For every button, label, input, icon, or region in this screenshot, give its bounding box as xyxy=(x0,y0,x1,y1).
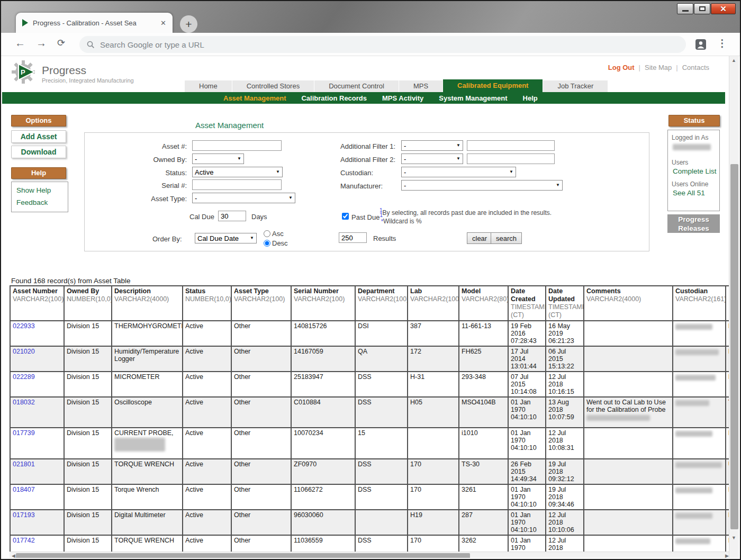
horizontal-scroll-thumb[interactable] xyxy=(16,553,470,558)
column-header-date-updated: Date UpdatedTIMESTAMP (CT) xyxy=(546,286,584,321)
subnav-asset-management[interactable]: Asset Management xyxy=(223,94,286,102)
serial-number-input[interactable] xyxy=(192,179,282,190)
cell-asset-number: 021020 xyxy=(10,346,64,372)
subnav-calibration-records[interactable]: Calibration Records xyxy=(301,94,367,102)
header-link-site-map[interactable]: Site Map xyxy=(645,64,672,71)
complete-list-link[interactable]: Complete List xyxy=(673,167,719,175)
asset-number-link[interactable]: 022289 xyxy=(13,373,35,381)
scroll-right-icon[interactable]: ▶ xyxy=(725,553,729,558)
cell-serial-number: 10070234 xyxy=(291,428,355,459)
order-by-select[interactable]: Cal Due Date xyxy=(195,233,257,243)
forward-icon[interactable]: → xyxy=(36,37,47,49)
tab-mps[interactable]: MPS xyxy=(399,80,443,92)
table-row: 021801Division 15TORQUE WRENCHActiveOthe… xyxy=(10,459,733,484)
cell-lab: H05 xyxy=(408,397,459,428)
status-select[interactable]: Active xyxy=(192,167,283,177)
cell-custodian xyxy=(673,459,726,484)
cell-custodian xyxy=(673,535,726,552)
cell-description: Humidity/Temperature Logger xyxy=(112,346,183,372)
tab-calibrated-equipment[interactable]: Calibrated Equipment xyxy=(443,79,543,92)
asset-number-label: Asset #: xyxy=(106,142,187,150)
header-link-contacts[interactable]: Contacts xyxy=(682,64,709,71)
manufacturer-select[interactable]: - xyxy=(401,180,563,191)
asset-number-link[interactable]: 021020 xyxy=(13,348,35,355)
cell-date-updated: 16 May 2019 06:21:23 xyxy=(546,321,584,346)
asset-number-link[interactable]: 018407 xyxy=(13,486,35,493)
vertical-scrollbar[interactable]: ▲ ▼ xyxy=(729,56,739,558)
browser-tab[interactable]: Progress - Calibration - Asset Sea ✕ xyxy=(16,13,173,33)
desc-radio[interactable] xyxy=(264,240,270,247)
horizontal-scrollbar[interactable]: ◀ ▶ xyxy=(10,552,731,558)
redacted-custodian xyxy=(675,349,719,355)
column-header-serial-number: Serial NumberVARCHAR2(100) xyxy=(291,286,355,321)
add-asset-button[interactable]: Add Asset xyxy=(11,130,66,143)
progress-releases-button[interactable]: Progress Releases xyxy=(667,214,720,233)
asset-number-input[interactable] xyxy=(192,140,282,151)
cell-custodian xyxy=(673,321,726,346)
cell-custodian xyxy=(673,372,726,397)
header-link-log-out[interactable]: Log Out xyxy=(608,64,635,71)
asset-number-link[interactable]: 021801 xyxy=(13,460,35,468)
main-tabs: HomeControlled StoresDocument ControlMPS… xyxy=(185,80,608,92)
cell-serial-number: 96030060 xyxy=(291,510,355,535)
download-button[interactable]: Download xyxy=(11,146,66,158)
back-icon[interactable]: ← xyxy=(15,37,25,49)
asc-radio[interactable] xyxy=(264,230,270,237)
cell-date-updated: 12 Jul 2018 10:16:15 xyxy=(546,372,584,397)
custodian-select[interactable]: - xyxy=(401,167,516,177)
owned-by-select[interactable]: - xyxy=(192,153,244,164)
tab-controlled-stores[interactable]: Controlled Stores xyxy=(232,80,314,92)
url-bar[interactable]: Search Google or type a URL xyxy=(79,36,686,53)
asset-number-link[interactable]: 018032 xyxy=(13,399,35,406)
cell-owned-by: Division 15 xyxy=(64,510,112,535)
additional-filter-1-select[interactable]: - xyxy=(401,140,463,151)
tab-close-icon[interactable]: ✕ xyxy=(160,19,166,27)
cal-due-input[interactable] xyxy=(218,211,246,221)
cell-description: Digital Multimeter xyxy=(112,510,183,535)
browser-menu-icon[interactable]: ⋮ xyxy=(717,37,727,49)
additional-filter-2-select[interactable]: - xyxy=(401,153,463,164)
asset-number-link[interactable]: 017742 xyxy=(13,537,35,544)
scroll-up-icon[interactable]: ▲ xyxy=(731,58,736,63)
reload-icon[interactable]: ⟳ xyxy=(57,37,65,49)
subnav-system-management[interactable]: System Management xyxy=(439,94,507,102)
footnote-past-due: 1By selecting, all records past due are … xyxy=(379,207,552,216)
subnav-mps-activity[interactable]: MPS Activity xyxy=(382,94,423,102)
tab-home[interactable]: Home xyxy=(185,80,232,92)
subnav-help[interactable]: Help xyxy=(523,94,538,102)
cell-model: 11-661-13 xyxy=(459,321,508,346)
tab-document-control[interactable]: Document Control xyxy=(314,80,399,92)
search-button[interactable]: search xyxy=(491,232,522,244)
past-due-checkbox[interactable] xyxy=(342,213,349,220)
progress-logo-icon: P xyxy=(11,58,40,88)
additional-filter-1-input[interactable] xyxy=(467,140,555,151)
feedback-link[interactable]: Feedback xyxy=(16,197,68,209)
past-due-label: Past Due1 xyxy=(351,212,383,221)
column-header-description: DescriptionVARCHAR2(4000) xyxy=(112,286,183,321)
additional-filter-2-input[interactable] xyxy=(467,153,555,164)
scroll-left-icon[interactable]: ◀ xyxy=(12,553,15,558)
close-button[interactable]: ✕ xyxy=(711,3,736,14)
results-header-row: Asset NumberVARCHAR2(100)Owned ByNUMBER(… xyxy=(10,286,733,321)
maximize-button[interactable] xyxy=(694,3,710,14)
asset-number-link[interactable]: 017193 xyxy=(13,511,35,519)
asset-number-link[interactable]: 022933 xyxy=(13,322,35,330)
cell-serial-number: 140815726 xyxy=(291,321,355,346)
results-count-input[interactable] xyxy=(339,232,367,243)
profile-icon[interactable] xyxy=(694,38,707,51)
new-tab-button[interactable]: + xyxy=(180,15,197,33)
cell-asset-type: Other xyxy=(231,372,291,397)
show-help-link[interactable]: Show Help xyxy=(16,185,68,197)
cell-owned-by: Division 15 xyxy=(64,535,112,552)
clear-button[interactable]: clear xyxy=(467,232,492,244)
scroll-down-icon[interactable]: ▼ xyxy=(731,535,736,540)
tab-job-tracker[interactable]: Job Tracker xyxy=(543,80,608,92)
asset-number-link[interactable]: 017739 xyxy=(13,429,35,437)
minimize-button[interactable] xyxy=(677,3,693,14)
see-all-link[interactable]: See All 51 xyxy=(673,189,719,197)
cell-asset-type: Other xyxy=(231,510,291,535)
manufacturer-label: Manufacturer: xyxy=(340,182,383,190)
cell-asset-type: Other xyxy=(231,428,291,459)
vertical-scroll-thumb[interactable] xyxy=(730,164,738,529)
asset-type-select[interactable]: - xyxy=(192,193,295,203)
